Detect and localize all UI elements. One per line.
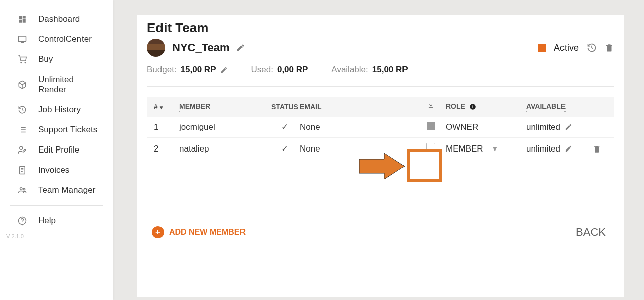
sidebar-item-label: Job History: [38, 105, 81, 115]
sidebar-item-support-tickets[interactable]: Support Tickets: [0, 120, 113, 140]
status-indicator: [538, 44, 546, 52]
history-icon: [16, 105, 28, 114]
sidebar-item-dashboard[interactable]: Dashboard: [0, 9, 113, 29]
edit-available-button[interactable]: [565, 145, 572, 153]
sidebar-item-job-history[interactable]: Job History: [0, 100, 113, 120]
download-checkbox[interactable]: [426, 143, 435, 152]
svg-point-20: [20, 188, 23, 190]
sidebar-item-label: Support Tickets: [38, 125, 97, 135]
footer-row: + ADD NEW MEMBER BACK: [147, 226, 614, 239]
column-available[interactable]: AVAILABLE: [526, 102, 566, 112]
column-member[interactable]: MEMBER: [179, 102, 210, 112]
back-button[interactable]: BACK: [576, 226, 609, 239]
sidebar: Dashboard ControlCenter Buy Unlimited Re…: [0, 0, 113, 300]
svg-rect-3: [19, 20, 22, 23]
available-label: Available:: [331, 65, 368, 75]
sort-caret-icon: ▼: [159, 105, 164, 110]
users-icon: [16, 186, 28, 195]
user-edit-icon: [16, 145, 28, 155]
dashboard-icon: [16, 15, 28, 24]
delete-team-button[interactable]: [605, 43, 614, 53]
available-value: 15,00 RP: [372, 65, 408, 75]
delete-member-button[interactable]: [593, 144, 601, 154]
sidebar-item-label: Help: [38, 216, 56, 226]
sidebar-item-controlcenter[interactable]: ControlCenter: [0, 29, 113, 49]
sidebar-item-label: Dashboard: [38, 14, 80, 24]
svg-point-21: [23, 188, 25, 190]
row-email: None: [300, 122, 416, 132]
info-icon[interactable]: [469, 103, 476, 110]
sidebar-item-edit-profile[interactable]: Edit Profile: [0, 140, 113, 160]
table-row: 1 jocmiguel ✓ None OWNER unlimited: [147, 117, 614, 138]
members-table: #▼ MEMBER STATUS EMAIL ROLE AVAILABLE: [147, 97, 614, 160]
budget-label: Budget:: [147, 65, 177, 75]
download-indicator-icon: [427, 122, 435, 130]
used-label: Used:: [251, 65, 273, 75]
sidebar-item-invoices[interactable]: Invoices: [0, 160, 113, 180]
column-download-icon[interactable]: [427, 102, 434, 110]
sidebar-item-label: Edit Profile: [38, 145, 79, 155]
receipt-icon: [16, 166, 28, 175]
sidebar-item-team-manager[interactable]: Team Manager: [0, 180, 113, 200]
row-available: unlimited: [526, 122, 560, 132]
main-content: Edit Team NYC_Team Active Budget: 1: [113, 0, 644, 300]
history-button[interactable]: [587, 43, 597, 53]
add-member-label: ADD NEW MEMBER: [169, 228, 246, 237]
edit-team-card: Edit Team NYC_Team Active Budget: 1: [137, 15, 624, 297]
table-row: 2 nataliep ✓ None MEMBER ▾ unlimited: [147, 138, 614, 160]
column-status: STATUS: [271, 103, 298, 111]
row-member: jocmiguel: [179, 122, 270, 132]
svg-rect-2: [23, 19, 26, 23]
row-index: 2: [154, 144, 179, 154]
svg-rect-25: [472, 106, 473, 108]
svg-rect-4: [19, 36, 26, 42]
budget-value: 15,00 RP: [181, 65, 216, 75]
column-index[interactable]: #▼: [154, 103, 179, 111]
sidebar-item-label: Buy: [38, 54, 53, 64]
row-role: OWNER: [446, 122, 478, 132]
sidebar-item-label: Unlimited Render: [38, 74, 103, 95]
column-email: EMAIL: [300, 103, 322, 111]
edit-team-name-button[interactable]: [236, 43, 245, 52]
page-title: Edit Team: [147, 20, 614, 36]
role-dropdown-caret-icon[interactable]: ▾: [493, 143, 497, 154]
help-icon: [16, 216, 28, 226]
status-label: Active: [554, 43, 579, 53]
check-icon: ✓: [281, 122, 288, 132]
row-email: None: [300, 144, 416, 154]
svg-rect-26: [472, 105, 473, 106]
plus-circle-icon: +: [152, 226, 164, 238]
team-name: NYC_Team: [172, 41, 230, 54]
row-member: nataliep: [179, 144, 270, 154]
row-role: MEMBER: [446, 144, 484, 154]
svg-point-15: [20, 146, 23, 149]
sidebar-item-label: Invoices: [38, 165, 69, 175]
sidebar-item-label: ControlCenter: [38, 34, 92, 44]
box-icon: [16, 80, 28, 89]
row-available: unlimited: [526, 144, 560, 154]
svg-rect-1: [23, 16, 26, 18]
monitor-icon: [16, 35, 28, 44]
column-role[interactable]: ROLE: [446, 102, 465, 112]
table-header: #▼ MEMBER STATUS EMAIL ROLE AVAILABLE: [147, 97, 614, 117]
sidebar-item-unlimited-render[interactable]: Unlimited Render: [0, 69, 113, 100]
sidebar-item-buy[interactable]: Buy: [0, 49, 113, 69]
edit-budget-button[interactable]: [220, 66, 228, 74]
list-icon: [16, 125, 28, 134]
used-value: 0,00 RP: [277, 65, 308, 75]
svg-rect-0: [19, 16, 22, 19]
edit-available-button[interactable]: [565, 123, 572, 131]
budget-row: Budget: 15,00 RP Used: 0,00 RP Available…: [147, 65, 614, 87]
version-label: V 2.1.0: [0, 233, 113, 239]
team-avatar: [147, 39, 165, 57]
sidebar-item-label: Team Manager: [38, 185, 95, 195]
team-header-row: NYC_Team Active: [147, 39, 614, 57]
check-icon: ✓: [281, 144, 288, 154]
add-member-button[interactable]: + ADD NEW MEMBER: [152, 226, 246, 238]
sidebar-divider: [10, 205, 103, 206]
row-index: 1: [154, 122, 179, 132]
svg-point-6: [21, 62, 22, 63]
sidebar-item-help[interactable]: Help: [0, 211, 113, 231]
svg-point-7: [25, 62, 26, 63]
cart-icon: [16, 55, 28, 64]
